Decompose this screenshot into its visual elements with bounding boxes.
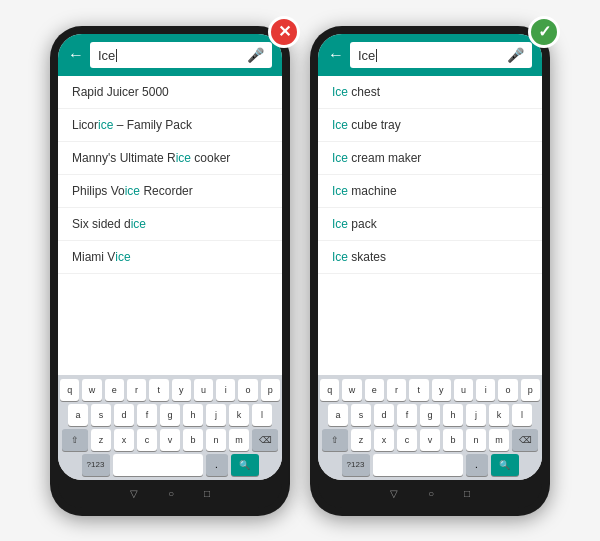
key-p[interactable]: p: [261, 379, 280, 401]
x-icon: ✕: [278, 22, 291, 41]
list-item[interactable]: Rapid Juicer 5000: [58, 76, 282, 109]
key-t[interactable]: t: [149, 379, 168, 401]
key-r[interactable]: r: [387, 379, 406, 401]
key-v[interactable]: v: [420, 429, 440, 451]
key-j[interactable]: j: [466, 404, 486, 426]
nav-back-icon[interactable]: ▽: [130, 488, 138, 499]
list-item[interactable]: Manny's Ultimate Rice cooker: [58, 142, 282, 175]
key-s[interactable]: s: [91, 404, 111, 426]
result-text: Ice skates: [332, 250, 386, 264]
list-item[interactable]: Philips Voice Recorder: [58, 175, 282, 208]
period-key-right[interactable]: .: [466, 454, 488, 476]
key-z[interactable]: z: [351, 429, 371, 451]
key-a[interactable]: a: [68, 404, 88, 426]
space-key-right[interactable]: [373, 454, 463, 476]
key-l[interactable]: l: [512, 404, 532, 426]
key-b[interactable]: b: [183, 429, 203, 451]
key-h[interactable]: h: [183, 404, 203, 426]
num-key-right[interactable]: ?123: [342, 454, 370, 476]
key-m[interactable]: m: [229, 429, 249, 451]
key-i[interactable]: i: [216, 379, 235, 401]
period-key-left[interactable]: .: [206, 454, 228, 476]
search-key-left[interactable]: 🔍: [231, 454, 259, 476]
backspace-key-right[interactable]: ⌫: [512, 429, 538, 451]
back-icon-right[interactable]: ←: [328, 46, 344, 64]
key-c[interactable]: c: [137, 429, 157, 451]
key-d[interactable]: d: [374, 404, 394, 426]
key-e[interactable]: e: [365, 379, 384, 401]
list-item[interactable]: Six sided dice: [58, 208, 282, 241]
mic-icon-left[interactable]: 🎤: [247, 47, 264, 63]
search-key-right[interactable]: 🔍: [491, 454, 519, 476]
key-d[interactable]: d: [114, 404, 134, 426]
key-r[interactable]: r: [127, 379, 146, 401]
list-item[interactable]: Ice skates: [318, 241, 542, 274]
key-k[interactable]: k: [229, 404, 249, 426]
key-m[interactable]: m: [489, 429, 509, 451]
nav-recents-icon[interactable]: □: [204, 488, 210, 499]
key-t[interactable]: t: [409, 379, 428, 401]
key-q[interactable]: q: [60, 379, 79, 401]
key-f[interactable]: f: [397, 404, 417, 426]
result-text: Ice machine: [332, 184, 397, 198]
key-b[interactable]: b: [443, 429, 463, 451]
list-item[interactable]: Ice machine: [318, 175, 542, 208]
key-k[interactable]: k: [489, 404, 509, 426]
key-n[interactable]: n: [466, 429, 486, 451]
key-z[interactable]: z: [91, 429, 111, 451]
keyboard-row-1: q w e r t y u i o p: [60, 379, 280, 401]
nav-back-icon[interactable]: ▽: [390, 488, 398, 499]
key-w[interactable]: w: [342, 379, 361, 401]
key-i[interactable]: i: [476, 379, 495, 401]
search-input-left[interactable]: Ice 🎤: [90, 42, 272, 68]
key-h[interactable]: h: [443, 404, 463, 426]
shift-key-left[interactable]: ⇧: [62, 429, 88, 451]
key-y[interactable]: y: [172, 379, 191, 401]
list-item[interactable]: Ice cube tray: [318, 109, 542, 142]
list-item[interactable]: Ice chest: [318, 76, 542, 109]
list-item[interactable]: Ice cream maker: [318, 142, 542, 175]
key-f[interactable]: f: [137, 404, 157, 426]
key-j[interactable]: j: [206, 404, 226, 426]
shift-key-right[interactable]: ⇧: [322, 429, 348, 451]
key-x[interactable]: x: [114, 429, 134, 451]
keyboard-bottom-left: ?123 . 🔍: [60, 454, 280, 476]
space-key-left[interactable]: [113, 454, 203, 476]
key-q[interactable]: q: [320, 379, 339, 401]
nav-recents-icon[interactable]: □: [464, 488, 470, 499]
key-w[interactable]: w: [82, 379, 101, 401]
key-o[interactable]: o: [498, 379, 517, 401]
key-n[interactable]: n: [206, 429, 226, 451]
backspace-key-left[interactable]: ⌫: [252, 429, 278, 451]
key-o[interactable]: o: [238, 379, 257, 401]
key-p[interactable]: p: [521, 379, 540, 401]
key-c[interactable]: c: [397, 429, 417, 451]
search-bar-left: ← Ice 🎤: [58, 34, 282, 76]
key-u[interactable]: u: [454, 379, 473, 401]
num-key-left[interactable]: ?123: [82, 454, 110, 476]
nav-home-icon[interactable]: ○: [428, 488, 434, 499]
list-item[interactable]: Miami Vice: [58, 241, 282, 274]
nav-home-icon[interactable]: ○: [168, 488, 174, 499]
key-v[interactable]: v: [160, 429, 180, 451]
key-s[interactable]: s: [351, 404, 371, 426]
result-text: Philips Voice Recorder: [72, 184, 193, 198]
list-item[interactable]: Ice pack: [318, 208, 542, 241]
key-u[interactable]: u: [194, 379, 213, 401]
keyboard-row-2: a s d f g h j k l: [60, 404, 280, 426]
key-l[interactable]: l: [252, 404, 272, 426]
search-bar-right: ← Ice 🎤: [318, 34, 542, 76]
key-g[interactable]: g: [420, 404, 440, 426]
key-x[interactable]: x: [374, 429, 394, 451]
key-y[interactable]: y: [432, 379, 451, 401]
result-text: Miami Vice: [72, 250, 131, 264]
phone-right-screen: ← Ice 🎤 Ice chest Ice cube tray Ice crea…: [318, 34, 542, 480]
key-a[interactable]: a: [328, 404, 348, 426]
mic-icon-right[interactable]: 🎤: [507, 47, 524, 63]
key-g[interactable]: g: [160, 404, 180, 426]
back-icon-left[interactable]: ←: [68, 46, 84, 64]
key-e[interactable]: e: [105, 379, 124, 401]
list-item[interactable]: Licorice – Family Pack: [58, 109, 282, 142]
search-input-right[interactable]: Ice 🎤: [350, 42, 532, 68]
correct-badge: ✓: [528, 16, 560, 48]
